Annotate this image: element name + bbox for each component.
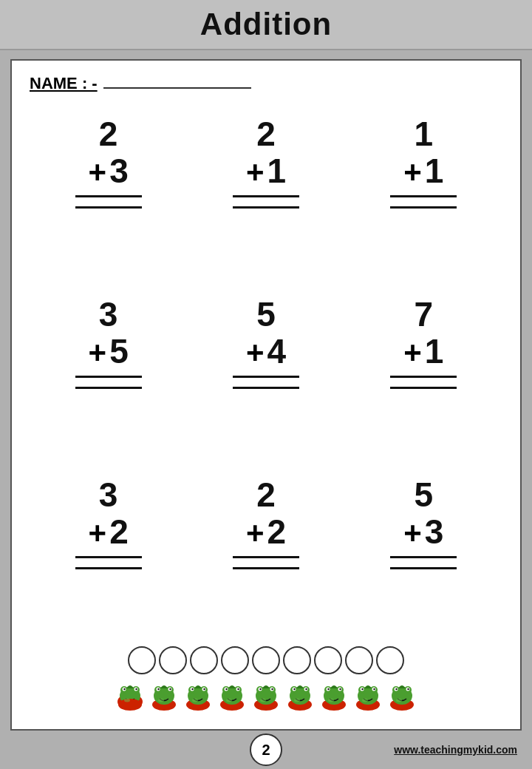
frog-1 [114,679,146,711]
main-area: NAME : - 2 + 3 2 + 1 [0,50,532,731]
frog-4 [216,679,248,711]
problem-5-addend-row: + 4 [246,334,286,371]
problem-7-number: 3 [99,478,118,512]
name-section: NAME : - [30,74,502,93]
svg-point-43 [259,688,261,690]
website-label: www.teachingmykid.com [394,744,517,756]
problem-9-line2 [390,567,457,569]
plus-sign-3: + [403,155,422,190]
circle-8 [345,646,373,674]
problem-6-line2 [390,387,457,389]
svg-point-80 [407,688,409,690]
svg-point-17 [169,688,171,690]
problem-2-line2 [233,206,299,209]
problem-7-line1 [75,556,142,558]
svg-point-70 [361,688,363,690]
plus-sign-8: + [246,515,265,551]
problem-9: 5 + 3 [345,467,502,640]
name-blank-field[interactable] [103,74,251,89]
problem-5-number: 5 [256,297,276,331]
circles-row [128,646,404,674]
frogs-row [114,679,418,711]
problem-4-addend-row: + 5 [89,334,129,371]
svg-point-9 [124,699,130,702]
problem-1-addend: 3 [109,154,129,188]
svg-point-72 [362,699,368,702]
problem-4-addend: 5 [109,334,129,368]
problem-6-addend-row: + 1 [403,334,443,371]
circle-1 [128,646,156,674]
svg-point-45 [260,699,266,702]
problem-8-addend: 2 [267,515,286,549]
problem-8: 2 + 2 [187,467,344,640]
svg-point-52 [293,688,295,690]
circle-2 [159,646,187,674]
svg-point-36 [226,699,232,702]
plus-sign-9: + [403,515,422,551]
problem-6-addend: 1 [425,334,444,368]
frog-5 [250,679,282,711]
svg-point-63 [328,699,334,702]
problem-3-line1 [390,195,457,197]
problem-8-addend-row: + 2 [246,515,286,552]
frog-9 [386,679,418,711]
svg-point-53 [305,688,307,690]
problem-4-number: 3 [99,297,118,331]
problem-4-line2 [75,387,142,389]
circle-5 [252,646,280,674]
svg-point-6 [123,688,125,690]
problem-6: 7 + 1 [345,287,502,460]
svg-point-62 [339,688,341,690]
page-footer: 2 www.teachingmykid.com [0,731,532,769]
page-header: Addition [0,0,532,50]
plus-sign-6: + [403,335,422,370]
page-number: 2 [250,734,282,766]
problem-1-number: 2 [99,117,118,151]
frog-8 [352,679,384,711]
problem-1: 2 + 3 [30,106,187,280]
problem-2-addend-row: + 1 [246,154,286,191]
problem-8-line1 [233,556,299,558]
problem-2-addend: 1 [267,154,286,188]
svg-point-54 [294,699,300,702]
problem-8-line2 [233,567,299,569]
problem-2: 2 + 1 [187,106,344,280]
problem-3-addend: 1 [425,154,444,188]
problem-1-line2 [75,206,142,209]
svg-point-35 [237,688,239,690]
problem-9-line1 [390,556,457,558]
problem-7-addend: 2 [109,515,129,549]
frog-7 [318,679,350,711]
svg-point-61 [327,688,329,690]
problem-2-line1 [233,195,299,197]
plus-sign-4: + [89,335,107,370]
svg-point-18 [158,699,164,702]
frog-6 [284,679,316,711]
problem-2-number: 2 [256,117,276,151]
svg-point-25 [191,688,193,690]
problem-1-line1 [75,195,142,197]
circle-4 [221,646,249,674]
problem-6-number: 7 [415,297,434,331]
problems-grid: 2 + 3 2 + 1 1 + [30,106,502,640]
svg-point-44 [271,688,273,690]
problem-3-addend-row: + 1 [403,154,443,191]
circle-7 [314,646,342,674]
problem-5-addend: 4 [267,334,286,368]
svg-point-8 [118,699,142,711]
name-label: NAME : - [30,74,98,93]
circle-3 [190,646,218,674]
svg-point-27 [192,699,198,702]
worksheet: NAME : - 2 + 3 2 + 1 [10,59,522,731]
problem-4: 3 + 5 [30,287,187,460]
svg-point-26 [203,688,205,690]
problem-5-line1 [233,376,299,378]
problem-3-line2 [390,206,457,209]
problem-3: 1 + 1 [345,106,502,280]
svg-point-79 [395,688,397,690]
problem-7: 3 + 2 [30,467,187,640]
problem-9-number: 5 [415,478,434,512]
svg-point-71 [373,688,375,690]
frog-3 [182,679,214,711]
svg-point-7 [135,688,137,690]
